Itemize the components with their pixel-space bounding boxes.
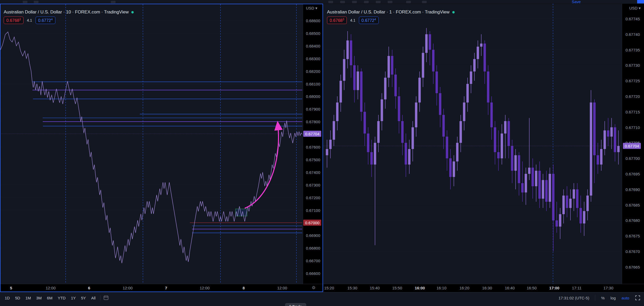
price-line-series (0, 32, 302, 263)
candle-body (432, 50, 435, 71)
range-button-all[interactable]: All (89, 295, 98, 301)
price-tick-label: 0.67675 (626, 234, 640, 238)
auto-scale-button[interactable]: auto (622, 296, 629, 300)
range-button-1m[interactable]: 1M (23, 295, 33, 301)
price-tick-label: 0.68000 (306, 94, 320, 99)
price-tick-label: 0.67100 (306, 208, 320, 212)
market-status-icon (131, 11, 134, 13)
status-divider (595, 295, 595, 301)
candle-body (511, 146, 513, 171)
price-tick-label: 0.67800 (306, 119, 320, 124)
candle-body (600, 149, 603, 165)
percent-scale-button[interactable]: % (601, 296, 604, 300)
candle-body (508, 121, 510, 146)
tradingview-workspace: Save Australian Dollar / U.S. Dollar · 1… (0, 0, 644, 306)
range-button-3m[interactable]: 3M (34, 295, 44, 301)
price-tick-label: 0.67685 (626, 203, 640, 207)
range-button-5y[interactable]: 5Y (79, 295, 88, 301)
candle-body (559, 214, 561, 227)
candle-body (449, 158, 452, 177)
left-currency-switch[interactable]: USD ▾ (306, 6, 317, 11)
range-button-1d[interactable]: 1D (3, 295, 12, 301)
range-button-5d[interactable]: 5D (13, 295, 22, 301)
candle-body (460, 121, 462, 143)
candle-body (494, 127, 496, 152)
candle-body (470, 71, 472, 84)
left-ask-box[interactable]: 0.67724 (36, 17, 55, 24)
price-tick-label: 0.68400 (306, 44, 320, 48)
range-button-1y[interactable]: 1Y (69, 295, 78, 301)
log-scale-button[interactable]: log (611, 296, 616, 300)
candle-body (453, 161, 455, 177)
candle-body (343, 59, 345, 81)
price-tick-label: 0.67740 (626, 32, 640, 36)
left-time-axis[interactable]: ⚙ 512:00612:00712:00812:00 (1, 284, 323, 292)
price-tick-label: 0.67690 (626, 187, 640, 192)
time-tick-label: 16:40 (505, 286, 515, 290)
price-tick-label: 0.67730 (626, 63, 640, 68)
right-price-axis[interactable]: USD ▾ 0.677450.677400.677350.677300.6772… (622, 4, 644, 284)
right-currency-switch[interactable]: USD ▾ (629, 6, 641, 11)
left-price-axis[interactable]: USD ▾ 0.686000.685000.684000.683000.6820… (303, 4, 323, 284)
right-chart-plot[interactable] (324, 4, 622, 284)
candle-body (360, 71, 363, 112)
price-tick-label: 0.67745 (626, 17, 640, 21)
left-chart-title[interactable]: Australian Dollar / U.S. Dollar · 10 · F… (4, 9, 129, 15)
right-chart-legend: Australian Dollar / U.S. Dollar · 1 · FO… (327, 9, 455, 24)
candle-body (446, 137, 448, 158)
time-tick-label: 16:00 (415, 286, 425, 290)
range-button-6m[interactable]: 6M (45, 295, 55, 301)
right-chart-title[interactable]: Australian Dollar / U.S. Dollar · 1 · FO… (327, 9, 450, 15)
candle-body (333, 121, 335, 140)
candle-body (326, 149, 328, 155)
candle-body (497, 152, 500, 159)
candle-body (518, 155, 520, 183)
left-bid-box[interactable]: 0.67683 (4, 17, 23, 24)
candle-body (388, 56, 390, 78)
time-tick-label: 17:00 (549, 286, 559, 290)
price-tick-label: 0.66900 (306, 233, 320, 238)
price-tick-label: 0.67735 (626, 47, 640, 52)
time-tick-label: 6 (88, 286, 90, 290)
candle-body (398, 96, 400, 121)
gear-icon[interactable]: ⚙ (312, 285, 315, 290)
time-tick-label: 16:50 (527, 286, 537, 290)
candle-body (405, 143, 407, 164)
fullscreen-icon[interactable] (635, 295, 640, 300)
fxtrade-tooltip[interactable]: fxTrade (285, 303, 306, 306)
time-tick-label: 5 (10, 286, 12, 290)
alert-price-label[interactable]: 0.67000 (303, 220, 321, 226)
right-bid-box[interactable]: 0.67683 (327, 17, 347, 24)
price-tick-label: 0.67725 (626, 79, 640, 83)
price-tick-label: 0.68200 (306, 69, 320, 73)
time-tick-label: 7 (165, 286, 167, 290)
left-chart-plot[interactable] (0, 4, 303, 284)
market-status-icon (452, 11, 455, 13)
candle-body (429, 34, 431, 50)
range-button-ytd[interactable]: YTD (56, 295, 68, 301)
axis-separator (622, 4, 622, 284)
clock[interactable]: 17:31:02 (UTC-5) (559, 296, 589, 300)
time-tick-label: 12:00 (277, 286, 287, 290)
time-tick-label: 16:20 (459, 286, 469, 290)
candle-body (580, 208, 582, 223)
candle-body (515, 155, 517, 171)
price-tick-label: 0.67720 (626, 94, 640, 99)
price-tick-label: 0.67665 (626, 265, 640, 269)
time-tick-label: 15:30 (347, 286, 357, 290)
candle-body (436, 71, 438, 93)
right-ask-box[interactable]: 0.67724 (359, 17, 379, 24)
price-tick-label: 0.68100 (306, 82, 320, 86)
candle-body (374, 143, 376, 164)
price-tick-label: 0.67600 (306, 145, 320, 149)
candle-body (456, 143, 459, 161)
candle-body (532, 168, 534, 186)
go-to-date-icon[interactable] (103, 295, 109, 301)
time-tick-label: 17:11 (572, 286, 581, 290)
candle-body (566, 195, 568, 208)
price-tick-label: 0.66800 (306, 246, 320, 250)
candle-body (391, 56, 393, 75)
right-time-axis[interactable]: 15:2015:3015:4015:5016:0016:1016:2016:30… (324, 284, 644, 292)
toolbar-divider (100, 295, 100, 300)
price-tick-label: 0.68300 (306, 56, 320, 61)
